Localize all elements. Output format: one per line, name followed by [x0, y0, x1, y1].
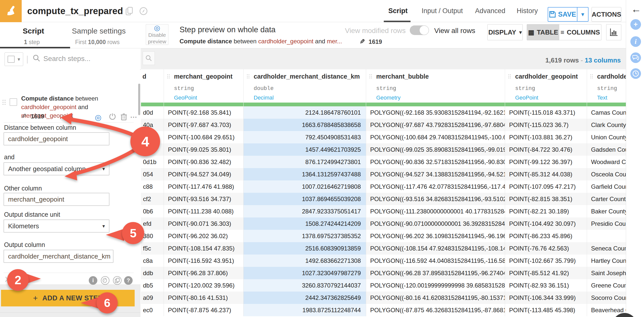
table-cell[interactable]: Woodward Co	[587, 156, 626, 168]
table-cell[interactable]: 792.4504908531483	[244, 131, 366, 143]
table-cell[interactable]: 1508.274244214209	[244, 217, 366, 230]
charts-button[interactable]	[606, 24, 621, 40]
table-cell[interactable]: POLYGON((-108.154 47.92483152841195,-108…	[366, 242, 505, 255]
table-cell[interactable]: POINT(-82.21 30.189)	[505, 205, 587, 217]
table-cell[interactable]: f5c	[141, 242, 164, 255]
table-cell[interactable]: POINT(-82.815 38.351)	[505, 193, 587, 205]
table-cell[interactable]: Union County	[587, 131, 626, 143]
table-cell[interactable]: Socorro Count	[587, 292, 626, 304]
table-cell[interactable]: POLYGON((-100.684 29.740831528411945,-10…	[366, 131, 505, 143]
color-palette-icon[interactable]	[101, 276, 109, 285]
table-cell[interactable]: POINT(-102.667 35.799)	[505, 255, 587, 267]
table-cell[interactable]: ec0	[141, 304, 164, 316]
column-header[interactable]: cardholder_geopointstringGeoPoint	[505, 69, 587, 103]
table-cell[interactable]: POLYGON((-116.592 44.04083152841195,-116…	[366, 255, 505, 267]
column-header[interactable]: merchant_bubblestringGeometry	[366, 69, 505, 103]
table-cell[interactable]: 1983.8725112248744	[244, 304, 366, 316]
table-cell[interactable]: POINT(-87.875 46.237)	[164, 304, 244, 316]
table-cell[interactable]: POLYGON((-117.476 42.077831528411956,-11…	[366, 180, 505, 193]
column-meaning-link[interactable]: GeoPoint	[515, 94, 538, 101]
column-meaning-link[interactable]: Text	[597, 94, 607, 101]
table-view-button[interactable]: ▦ TABLE	[527, 24, 559, 40]
table-cell[interactable]: POINT(-120.002 39.596)	[164, 279, 244, 292]
table-cell[interactable]: 1663.6788485838658	[244, 119, 366, 131]
table-cell[interactable]: 1457.449621703925	[244, 143, 366, 156]
table-cell[interactable]: POINT(-85.312 44.038)	[505, 168, 587, 180]
table-cell[interactable]: Presidio Count	[587, 217, 626, 230]
table-cell[interactable]: 2847.9233375051417	[244, 205, 366, 217]
save-button[interactable]: SAVE ▾	[548, 7, 589, 22]
table-cell[interactable]: POLYGON((-93.516 34.82683152841196,-93.5…	[366, 193, 505, 205]
table-cell[interactable]: POINT(-106.344 33.999)	[505, 292, 587, 304]
column-header[interactable]: cardholder_merchant_distance_kmdoubleDec…	[244, 69, 366, 103]
table-cell[interactable]: POINT(-99.122 36.397)	[505, 156, 587, 168]
columns-count-link[interactable]: 13 columns	[585, 56, 621, 64]
column-meaning-link[interactable]: Geometry	[376, 94, 401, 101]
table-cell[interactable]: Garfield Count	[587, 180, 626, 193]
table-cell[interactable]: POINT(-116.592 43.951)	[164, 255, 244, 267]
table-cell[interactable]: POLYGON((-120.00199999999998 39.68583152…	[366, 279, 505, 292]
output-column-input[interactable]: cardholder_merchant_distance_km	[4, 250, 113, 263]
table-cell[interactable]: POINT(-96.28 37.806)	[164, 267, 244, 279]
tab-advanced[interactable]: Advanced	[475, 7, 505, 15]
save-dropdown-button[interactable]: ▾	[577, 8, 588, 21]
table-cell[interactable]: POLYGON((-94.527 34.138831528411956,-94.…	[366, 168, 505, 180]
table-cell[interactable]: POLYGON((-99.025 35.890831528411965,-99.…	[366, 143, 505, 156]
help-icon[interactable]: ?	[124, 276, 133, 285]
view-modified-rows-label[interactable]: View modified rows	[345, 27, 406, 35]
discussions-panel-icon[interactable]	[630, 52, 641, 63]
table-cell[interactable]: 3260.8370792144037	[244, 279, 366, 292]
add-panel-icon[interactable]: +	[630, 19, 641, 30]
table-cell[interactable]: 1492.683662271308	[244, 255, 366, 267]
table-cell[interactable]: 2516.608390913859	[244, 242, 366, 255]
collapse-panel-arrow-icon[interactable]: ←	[631, 4, 641, 15]
details-panel-icon[interactable]: i	[630, 36, 641, 47]
toggle-knob[interactable]	[419, 25, 429, 35]
table-cell[interactable]: Hartley County	[587, 255, 626, 267]
table-cell[interactable]: POLYGON((-80.16 41.62083152841195,-80.15…	[366, 292, 505, 304]
table-cell[interactable]: POINT(-82.93 36.151)	[505, 279, 587, 292]
table-cell[interactable]: POINT(-104.492 30.097)	[505, 217, 587, 230]
column-header[interactable]: cardholder_stringText	[587, 69, 626, 103]
table-cell[interactable]: POINT(-86.233 45.896)	[505, 230, 587, 242]
table-cell[interactable]: POLYGON((-90.836 32.571831528411956,-90.…	[366, 156, 505, 168]
table-cell[interactable]: POINT(-115.018 43.371)	[505, 106, 587, 119]
table-cell[interactable]: ddb	[141, 267, 164, 279]
table-cell[interactable]: 1027.3230497987279	[244, 267, 366, 279]
table-cell[interactable]: 876.1724994273801	[244, 156, 366, 168]
table-cell[interactable]: 2124.186478760101	[244, 106, 366, 119]
column-meaning-link[interactable]: Decimal	[254, 94, 274, 101]
table-cell[interactable]: POLYGON((-90.07100000000001 36.392831528…	[366, 217, 505, 230]
table-cell[interactable]: Osceola Count	[587, 168, 626, 180]
table-cell[interactable]: POLYGON((-92.168 35.93083152841194,-92.1…	[366, 106, 505, 119]
table-cell[interactable]: Baker County	[587, 205, 626, 217]
table-cell[interactable]: POINT(-85.512 41.92)	[505, 267, 587, 279]
table-cell[interactable]: POINT(-108.154 47.835)	[164, 242, 244, 255]
table-cell[interactable]: 1007.0216462719808	[244, 180, 366, 193]
info-icon[interactable]: i	[89, 276, 97, 285]
table-cell[interactable]: Greene County	[587, 279, 626, 292]
table-cell[interactable]: 380	[141, 230, 164, 242]
duplicate-step-icon[interactable]	[113, 276, 122, 285]
table-cell[interactable]: 2442.347362825649	[244, 292, 366, 304]
table-cell[interactable]: POINT(-103.881 36.27)	[505, 131, 587, 143]
display-dropdown-button[interactable]: DISPLAY ▾	[487, 24, 523, 40]
table-cell[interactable]: POINT(-96.202 36.02)	[164, 230, 244, 242]
table-cell[interactable]: POINT(-115.023 36.7)	[505, 119, 587, 131]
table-cell[interactable]: Seneca County	[587, 242, 626, 255]
table-cell[interactable]: Gadsden Coun	[587, 143, 626, 156]
view-all-rows-label[interactable]: View all rows	[434, 27, 475, 35]
table-cell[interactable]: POLYGON((-96.28 37.89583152841195,-96.27…	[366, 267, 505, 279]
table-cell[interactable]: 1378.6975237385352	[244, 230, 366, 242]
table-cell[interactable]: POINT(-84.722 30.476)	[505, 143, 587, 156]
table-cell[interactable]: Camas County	[587, 106, 626, 119]
table-cell[interactable]: Saint Joseph C	[587, 267, 626, 279]
tab-input-output[interactable]: Input / Output	[422, 7, 463, 15]
actions-button[interactable]: ACTIONS	[592, 7, 621, 22]
table-cell[interactable]: POINT(-113.485 45.398)	[505, 304, 587, 316]
columns-view-button[interactable]: ≡ COLUMNS	[559, 24, 601, 40]
table-cell[interactable]: POINT(-76.76 42.563)	[505, 242, 587, 255]
table-cell[interactable]	[587, 230, 626, 242]
rows-view-toggle[interactable]	[410, 25, 429, 35]
table-cell[interactable]: POLYGON((-111.23800000000001 40.17783152…	[366, 205, 505, 217]
